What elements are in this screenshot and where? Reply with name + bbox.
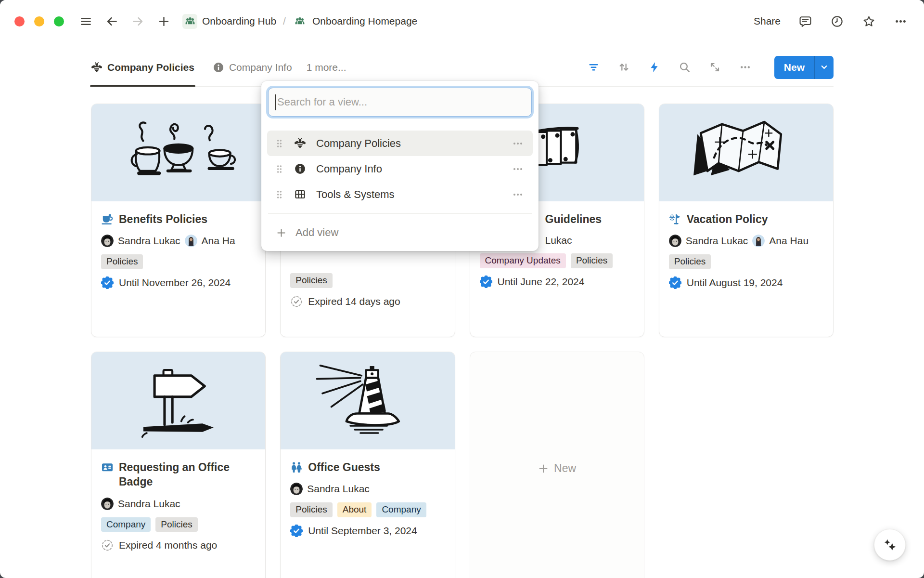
status-text: Expired 14 days ago <box>308 296 400 307</box>
verified-badge-icon <box>480 276 492 288</box>
more-views-link[interactable]: 1 more... <box>307 62 346 73</box>
zoom-window-button[interactable] <box>54 16 64 26</box>
ai-assistant-button[interactable] <box>874 529 906 561</box>
new-card-label: New <box>554 462 576 475</box>
tag-company: Company <box>376 502 426 517</box>
card-title-row: Benefits Policies <box>101 212 256 226</box>
app-window: Onboarding Hub / Onboarding Homepage Sha… <box>0 0 924 578</box>
view-item-company-policies[interactable]: Company Policies <box>267 131 533 156</box>
view-item-company-info[interactable]: Company Info <box>267 156 533 182</box>
history-clock-icon[interactable] <box>830 14 844 28</box>
onboarding-homepage-icon <box>293 14 308 29</box>
expand-view-icon[interactable] <box>709 61 721 74</box>
status-text: Until November 26, 2024 <box>119 277 231 289</box>
card-vacation-policy[interactable]: Vacation Policy Sandra Lukac Ana Hau Pol… <box>659 104 834 337</box>
tag-about: About <box>337 502 372 517</box>
card-status: Until June 22, 2024 <box>480 276 634 288</box>
bee-icon <box>294 137 306 149</box>
drag-handle-icon[interactable] <box>276 138 283 149</box>
card-status: Expired 14 days ago <box>290 295 445 308</box>
card-office-badge[interactable]: Requesting an Office Badge Sandra Lukac … <box>91 352 266 578</box>
tag-policies: Policies <box>571 253 613 268</box>
person-name: Sandra Lukac <box>686 235 748 247</box>
traffic-lights <box>14 16 64 26</box>
view-item-menu-icon[interactable] <box>508 188 524 201</box>
status-text: Until June 22, 2024 <box>498 276 585 288</box>
verified-badge-icon <box>669 276 681 289</box>
card-people: Sandra Lukac Ana Ha <box>101 235 256 247</box>
automations-lightning-icon[interactable] <box>648 61 661 74</box>
drag-handle-icon[interactable] <box>276 163 283 175</box>
text-caret <box>275 94 276 110</box>
avatar <box>290 483 303 495</box>
lighthouse-cover-illustration <box>281 352 454 449</box>
favorite-star-icon[interactable] <box>861 14 876 28</box>
info-icon <box>294 163 306 175</box>
close-window-button[interactable] <box>14 16 25 26</box>
vacation-sun-flag-icon <box>669 213 681 225</box>
new-button-label[interactable]: New <box>774 62 814 73</box>
card-tags: Policies About Company <box>290 502 445 517</box>
card-status: Until August 19, 2024 <box>669 276 823 289</box>
drag-handle-icon[interactable] <box>276 189 283 200</box>
plus-icon <box>276 227 287 238</box>
breadcrumb-page-label[interactable]: Onboarding Homepage <box>312 15 417 27</box>
tag-company: Company <box>101 517 151 532</box>
verified-badge-icon <box>290 525 303 537</box>
new-record-button[interactable]: New <box>774 56 834 79</box>
card-title-row: Office Guests <box>290 460 445 474</box>
view-item-tools-systems[interactable]: Tools & Systems <box>267 182 533 207</box>
view-item-menu-icon[interactable] <box>508 137 524 150</box>
card-office-guests[interactable]: Office Guests Sandra Lukac Policies Abou… <box>280 352 455 578</box>
avatar <box>185 235 197 247</box>
view-item-label: Company Policies <box>316 137 508 150</box>
back-arrow-icon[interactable] <box>104 14 119 28</box>
window-top-bar: Onboarding Hub / Onboarding Homepage Sha… <box>0 0 924 42</box>
add-view-button[interactable]: Add view <box>267 220 533 245</box>
person-name: Ana Ha <box>202 235 235 247</box>
bee-icon <box>91 62 103 73</box>
new-record-card[interactable]: New <box>470 352 644 578</box>
share-button[interactable]: Share <box>754 15 781 27</box>
person-name: Sandra Lukac <box>118 235 180 247</box>
view-search-input[interactable] <box>268 88 532 117</box>
card-tags: Policies <box>669 254 823 269</box>
status-text: Expired 4 months ago <box>119 539 217 551</box>
new-page-plus-icon[interactable] <box>156 14 171 28</box>
card-benefits-policies[interactable]: Benefits Policies Sandra Lukac Ana Ha Po… <box>91 104 266 337</box>
view-options-icon[interactable] <box>739 61 752 74</box>
signpost-cover-illustration <box>91 352 265 449</box>
info-icon <box>213 62 224 73</box>
minimize-window-button[interactable] <box>34 16 44 26</box>
card-tags: Company Updates Policies <box>480 253 634 268</box>
card-status: Expired 4 months ago <box>101 539 256 552</box>
breadcrumb-separator: / <box>283 15 286 27</box>
office-guests-people-icon <box>290 461 303 473</box>
forward-arrow-icon[interactable] <box>130 14 145 28</box>
card-tags: Policies <box>290 273 445 288</box>
verified-badge-icon <box>101 276 114 289</box>
person-name: Sandra Lukac <box>307 483 370 495</box>
view-switcher-dropdown: Company Policies Company Info <box>261 81 539 251</box>
table-icon <box>294 188 306 200</box>
tag-policies: Policies <box>290 502 332 517</box>
card-title: Vacation Policy <box>687 212 768 226</box>
chevron-down-icon[interactable] <box>815 64 834 71</box>
avatar <box>101 235 114 247</box>
tag-policies: Policies <box>101 254 143 269</box>
tab-company-policies[interactable]: Company Policies <box>91 48 194 86</box>
tag-policies: Policies <box>155 517 197 532</box>
topbar-actions: Share <box>754 14 908 28</box>
expired-check-icon <box>101 539 114 552</box>
view-item-menu-icon[interactable] <box>508 163 524 175</box>
comments-icon[interactable] <box>798 14 812 28</box>
breadcrumb-hub-label[interactable]: Onboarding Hub <box>202 15 276 27</box>
search-icon[interactable] <box>679 61 691 74</box>
card-title-row: Requesting an Office Badge <box>101 460 256 489</box>
more-options-icon[interactable] <box>893 14 908 28</box>
id-badge-icon <box>101 461 114 473</box>
sidebar-menu-icon[interactable] <box>78 14 93 28</box>
sort-icon[interactable] <box>618 61 630 74</box>
filter-icon[interactable] <box>588 61 600 74</box>
dropdown-divider <box>268 213 532 214</box>
